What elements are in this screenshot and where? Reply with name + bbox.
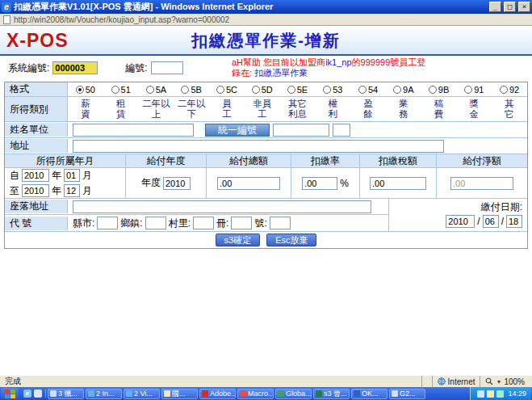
taskbar-button-1[interactable]: 2 In... bbox=[86, 389, 122, 399]
windows-logo-icon bbox=[5, 389, 10, 394]
help-line2: 錄在: 扣繳憑單作業 bbox=[232, 68, 425, 78]
format-option-53[interactable]: 53 bbox=[315, 82, 350, 96]
code-field-input-1[interactable] bbox=[145, 217, 166, 229]
total-amount-input[interactable] bbox=[217, 177, 280, 190]
close-button[interactable]: × bbox=[518, 2, 530, 12]
address-url[interactable]: http://win2008/tw/Voucher/koujiao_input.… bbox=[14, 15, 229, 24]
name-unit-input[interactable] bbox=[73, 124, 194, 137]
adobe-icon bbox=[202, 390, 208, 397]
code-row: 代 號 縣市:鄉鎮:村里:冊:號: bbox=[5, 215, 388, 231]
tray-icon[interactable] bbox=[477, 390, 484, 398]
taskbar: e 3 獵...2 In...2 Vi...國...Adobe...Macro.… bbox=[0, 387, 532, 400]
radio-icon-5A[interactable] bbox=[146, 86, 154, 94]
voucher-form: 格式 50515A5B5C5D5E53549A9B9192 所得類別 薪 資租 … bbox=[4, 82, 528, 249]
code-field-label-2: 村里: bbox=[169, 217, 191, 230]
pay-date-month-input[interactable] bbox=[483, 215, 499, 228]
uniform-id-label: 統一編號 bbox=[205, 124, 270, 137]
to-month-input[interactable] bbox=[64, 184, 80, 197]
format-option-54[interactable]: 54 bbox=[350, 82, 386, 96]
to-year-input[interactable] bbox=[22, 184, 49, 197]
radio-icon-9A[interactable] bbox=[393, 86, 401, 94]
radio-icon-50[interactable] bbox=[76, 86, 84, 94]
cancel-button[interactable]: Esc放棄 bbox=[266, 234, 316, 246]
format-option-92[interactable]: 92 bbox=[492, 82, 527, 96]
tax-amount-input[interactable] bbox=[370, 177, 426, 190]
start-button[interactable] bbox=[1, 388, 19, 399]
taskbar-button-6[interactable]: Globa... bbox=[275, 389, 312, 399]
tray-icon[interactable] bbox=[496, 390, 504, 398]
quicklaunch-desktop-icon[interactable] bbox=[34, 389, 42, 398]
format-label: 格式 bbox=[5, 82, 68, 96]
category-row: 所得類別 薪 資租 賃二年以 上二年以 下員 工非員 工其它 利息權 利盈 餘業… bbox=[5, 97, 527, 122]
location-row: 座落地址 bbox=[5, 199, 388, 215]
minimize-button[interactable]: _ bbox=[489, 2, 501, 12]
taskbar-button-3[interactable]: 國... bbox=[161, 389, 198, 399]
pay-year-column: 年度 bbox=[126, 168, 207, 198]
from-year-input[interactable] bbox=[22, 169, 49, 182]
taskbar-button-9[interactable]: G2... bbox=[389, 389, 425, 399]
no-label: 編號: bbox=[125, 61, 147, 75]
uniform-id-check-input[interactable] bbox=[333, 124, 350, 137]
from-label: 自 bbox=[10, 169, 19, 183]
format-option-label: 53 bbox=[333, 85, 342, 95]
format-option-5D[interactable]: 5D bbox=[245, 82, 280, 96]
no-input[interactable] bbox=[151, 61, 183, 74]
radio-icon-53[interactable] bbox=[323, 86, 331, 94]
format-option-9A[interactable]: 9A bbox=[386, 82, 421, 96]
format-option-9B[interactable]: 9B bbox=[421, 82, 457, 96]
format-option-5E[interactable]: 5E bbox=[280, 82, 316, 96]
taskbar-button-8[interactable]: OK... bbox=[351, 389, 387, 399]
address-input[interactable] bbox=[73, 140, 444, 153]
zoom-control[interactable]: ▼ 100% bbox=[480, 376, 530, 387]
system-no-input[interactable] bbox=[52, 61, 98, 74]
radio-icon-5B[interactable] bbox=[181, 86, 189, 94]
radio-icon-54[interactable] bbox=[358, 86, 367, 94]
format-option-50[interactable]: 50 bbox=[68, 82, 103, 96]
category-label-11: 獎 金 bbox=[456, 97, 492, 121]
rate-input[interactable] bbox=[302, 177, 337, 190]
format-option-label: 5D bbox=[262, 85, 273, 95]
clock: 14:29 bbox=[506, 389, 526, 398]
maximize-button[interactable]: □ bbox=[504, 2, 516, 12]
radio-icon-9B[interactable] bbox=[429, 86, 437, 94]
address-bar[interactable]: http://win2008/tw/Voucher/koujiao_input.… bbox=[0, 14, 532, 26]
radio-icon-51[interactable] bbox=[111, 86, 119, 94]
title-bar[interactable]: e 扣繳憑單作業V1.01[X-POS 雲通網] - Windows Inter… bbox=[0, 0, 532, 14]
pay-year-input[interactable] bbox=[163, 177, 191, 190]
format-option-label: 5E bbox=[297, 85, 308, 95]
code-field-input-4[interactable] bbox=[270, 217, 291, 229]
location-input[interactable] bbox=[73, 200, 371, 213]
name-unit-label: 姓名單位 bbox=[5, 123, 68, 137]
confirm-button[interactable]: s3確定 bbox=[216, 234, 261, 246]
format-option-91[interactable]: 91 bbox=[456, 82, 492, 96]
code-field-input-0[interactable] bbox=[97, 217, 118, 229]
uniform-id-input[interactable] bbox=[273, 124, 329, 137]
format-option-5B[interactable]: 5B bbox=[174, 82, 209, 96]
taskbar-buttons: 3 獵...2 In...2 Vi...國...Adobe...Macro...… bbox=[48, 389, 468, 399]
code-field-input-3[interactable] bbox=[231, 217, 252, 229]
taskbar-button-4[interactable]: Adobe... bbox=[199, 389, 236, 399]
tray-icon[interactable] bbox=[487, 390, 494, 398]
radio-icon-92[interactable] bbox=[500, 86, 508, 94]
quicklaunch-ie-icon[interactable]: e bbox=[23, 389, 31, 398]
pay-date-day-input[interactable] bbox=[506, 215, 522, 228]
from-month-input[interactable] bbox=[64, 169, 80, 182]
format-option-5C[interactable]: 5C bbox=[209, 82, 245, 96]
taskbar-button-0[interactable]: 3 獵... bbox=[48, 389, 84, 399]
format-option-51[interactable]: 51 bbox=[103, 82, 139, 96]
taskbar-button-2[interactable]: 2 Vi... bbox=[124, 389, 160, 399]
radio-icon-91[interactable] bbox=[464, 86, 472, 94]
pay-date-year-input[interactable] bbox=[446, 215, 475, 228]
code-field-input-2[interactable] bbox=[193, 217, 214, 229]
radio-icon-5C[interactable] bbox=[216, 86, 224, 94]
radio-icon-5E[interactable] bbox=[287, 86, 295, 94]
radio-icon-5D[interactable] bbox=[252, 86, 260, 94]
taskbar-button-7[interactable]: s3 曾... bbox=[313, 389, 350, 399]
ie-logo-icon: e bbox=[2, 2, 11, 12]
format-option-label: 9B bbox=[438, 85, 449, 95]
code-field-label-3: 冊: bbox=[216, 217, 228, 230]
format-option-5A[interactable]: 5A bbox=[139, 82, 174, 96]
format-option-label: 51 bbox=[121, 85, 131, 95]
month-unit-label: 月 bbox=[82, 169, 92, 183]
taskbar-button-5[interactable]: Macro... bbox=[237, 389, 274, 399]
